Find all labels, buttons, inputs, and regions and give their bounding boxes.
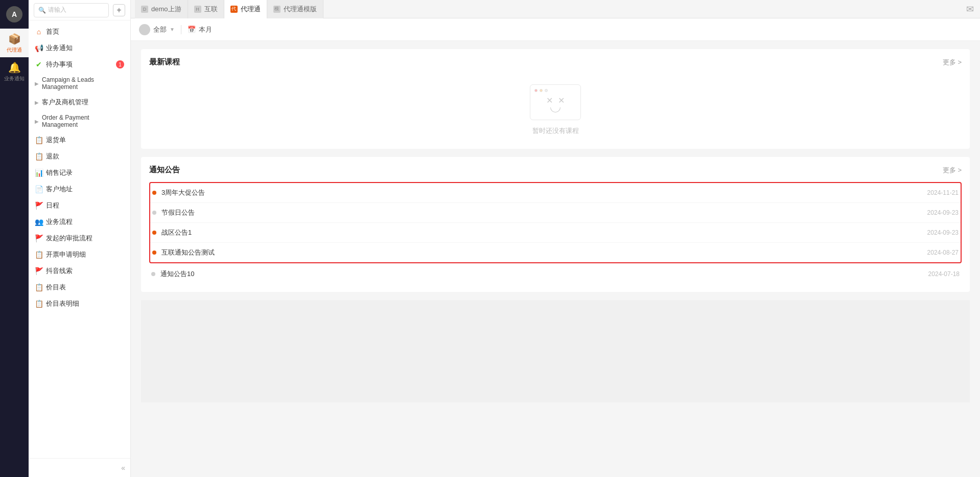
bottom-empty-section (141, 300, 970, 402)
icon-bar-dailitong[interactable]: 📦 代理通 (0, 29, 29, 57)
add-button[interactable]: + (113, 4, 125, 16)
announcement-item-1[interactable]: 3周年大促公告 2024-11-21 (150, 183, 961, 203)
ann1-dot (152, 191, 156, 195)
content-toolbar: 全部 ▼ 📅 本月 (131, 18, 980, 41)
sidebar-item-refund[interactable]: 📋 退款 (29, 148, 130, 165)
card-mouth (550, 107, 561, 112)
calendar-icon: 📅 (188, 26, 196, 33)
ann2-date: 2024-09-23 (927, 209, 959, 216)
sidebar-item-workflow[interactable]: 👥 业务流程 (29, 214, 130, 230)
order-chevron-icon: ▶ (35, 119, 39, 124)
customer-chevron-icon: ▶ (35, 100, 39, 105)
sidebar-item-refund-order[interactable]: 📋 退货单 (29, 132, 130, 148)
courses-more-button[interactable]: 更多 > (943, 58, 962, 67)
sidebar-footer: « (29, 458, 130, 477)
announcement-item-3[interactable]: 战区公告1 2024-09-23 (150, 223, 961, 243)
sidebar-item-schedule[interactable]: 🚩 日程 (29, 197, 130, 214)
sidebar-item-customer-address[interactable]: 📄 客户地址 (29, 181, 130, 197)
sidebar-item-tiktok-label: 抖音线索 (46, 266, 124, 276)
card-dot-orange (540, 89, 543, 92)
tab-hulian-label: 互联 (204, 5, 218, 14)
ann4-date: 2024-08-27 (927, 249, 959, 256)
pricelist-icon: 📋 (35, 283, 43, 291)
filter-month[interactable]: 📅 本月 (188, 25, 212, 34)
sidebar-item-todo[interactable]: ✔ 待办事项 1 (29, 56, 130, 73)
sidebar-item-sales[interactable]: 📊 销售记录 (29, 165, 130, 181)
sidebar-item-home[interactable]: ⌂ 首页 (29, 24, 130, 40)
notification-icon: 🔔 (8, 61, 21, 74)
sidebar-item-refund-label: 退款 (46, 152, 124, 161)
tab-template[interactable]: 模 代理通模版 (267, 0, 323, 18)
card-face: ✕ ✕ (546, 96, 565, 112)
sidebar-item-order-label: Order & Payment Management (42, 114, 124, 128)
tab-template-favicon: 模 (273, 6, 281, 13)
search-box[interactable]: 🔍 请输入 (34, 3, 109, 17)
announcements-section-header: 通知公告 更多 > (149, 165, 962, 175)
sidebar-item-tiktok[interactable]: 🚩 抖音线索 (29, 263, 130, 279)
workflow-icon: 👥 (35, 218, 43, 226)
announcement-item-5[interactable]: 通知公告10 2024-07-18 (149, 264, 962, 284)
card-eyes: ✕ ✕ (546, 96, 565, 105)
refund-icon: 📋 (35, 152, 43, 161)
card-dot-red (534, 89, 538, 92)
invoice-icon: 📋 (35, 251, 43, 259)
ann5-dot (151, 272, 155, 276)
tab-demo[interactable]: D demo上游 (135, 0, 188, 18)
sales-icon: 📊 (35, 169, 43, 177)
sidebar-item-notification-label: 业务通知 (46, 43, 124, 53)
sidebar-item-approval-label: 发起的审批流程 (46, 234, 124, 243)
refund-order-icon: 📋 (35, 136, 43, 144)
tab-bar-end: ✉ (966, 4, 980, 15)
announcement-item-4[interactable]: 互联通知公告测试 2024-08-27 (150, 243, 961, 262)
announcement-item-2[interactable]: 节假日公告 2024-09-23 (150, 203, 961, 223)
tab-hulian[interactable]: H 互联 (188, 0, 224, 18)
card-dots (534, 89, 548, 92)
sidebar-item-invoice[interactable]: 📋 开票申请明细 (29, 246, 130, 263)
search-placeholder: 请输入 (48, 6, 66, 14)
filter-month-label: 本月 (199, 25, 212, 34)
dailitong-icon: 📦 (8, 33, 21, 45)
sidebar-item-refund-order-label: 退货单 (46, 135, 124, 145)
courses-title: 最新课程 (149, 57, 180, 67)
ann1-title: 3周年大促公告 (161, 188, 927, 197)
announcements-more-button[interactable]: 更多 > (943, 166, 962, 175)
announcements-title: 通知公告 (149, 165, 180, 175)
tab-dailitong-label: 代理通 (241, 5, 261, 14)
content-area: 全部 ▼ 📅 本月 最新课程 更多 > (131, 18, 980, 477)
tab-dailitong-favicon: 代 (230, 6, 238, 13)
announcements-list: 3周年大促公告 2024-11-21 节假日公告 2024-09-23 战区公告… (149, 182, 962, 284)
approval-icon: 🚩 (35, 234, 43, 242)
sidebar-item-campaign-label: Campaign & Leads Management (42, 76, 124, 90)
mail-icon[interactable]: ✉ (966, 4, 974, 14)
sidebar-item-notification[interactable]: 📢 业务通知 (29, 40, 130, 56)
ann3-dot (152, 231, 156, 235)
empty-course-card: ✕ ✕ (530, 84, 581, 120)
card-eye-right: ✕ (558, 96, 565, 105)
tab-dailitong[interactable]: 代 代理通 (224, 0, 267, 18)
card-dot-gray (545, 89, 548, 92)
ann1-date: 2024-11-21 (927, 189, 959, 196)
icon-bar-notification[interactable]: 🔔 业务通知 (0, 57, 29, 86)
sidebar-item-pricelist-detail[interactable]: 📋 价目表明细 (29, 296, 130, 312)
sidebar-item-customer-label: 客户及商机管理 (42, 98, 124, 107)
filter-all[interactable]: 全部 ▼ (139, 24, 175, 35)
sidebar-item-customer-address-label: 客户地址 (46, 185, 124, 194)
sidebar-item-customer[interactable]: ▶ 客户及商机管理 (29, 94, 130, 110)
tab-hulian-favicon: H (194, 6, 201, 13)
icon-bar-dailitong-label: 代理通 (7, 47, 22, 54)
sidebar-item-pricelist[interactable]: 📋 价目表 (29, 279, 130, 296)
page-content: 最新课程 更多 > ✕ ✕ (131, 41, 980, 477)
tiktok-icon: 🚩 (35, 267, 43, 275)
sidebar-item-pricelist-detail-label: 价目表明细 (46, 299, 124, 308)
sidebar-item-order[interactable]: ▶ Order & Payment Management (29, 110, 130, 132)
empty-course-container: ✕ ✕ 暂时还没有课程 (149, 74, 962, 141)
filter-avatar (139, 24, 150, 35)
collapse-button[interactable]: « (121, 464, 125, 472)
schedule-icon: 🚩 (35, 201, 43, 210)
sidebar-item-campaign[interactable]: ▶ Campaign & Leads Management (29, 73, 130, 94)
customer-address-icon: 📄 (35, 185, 43, 193)
tab-demo-label: demo上游 (151, 5, 181, 14)
sidebar-item-approval[interactable]: 🚩 发起的审批流程 (29, 230, 130, 246)
avatar[interactable]: A (6, 6, 22, 22)
ann4-dot (152, 251, 156, 255)
